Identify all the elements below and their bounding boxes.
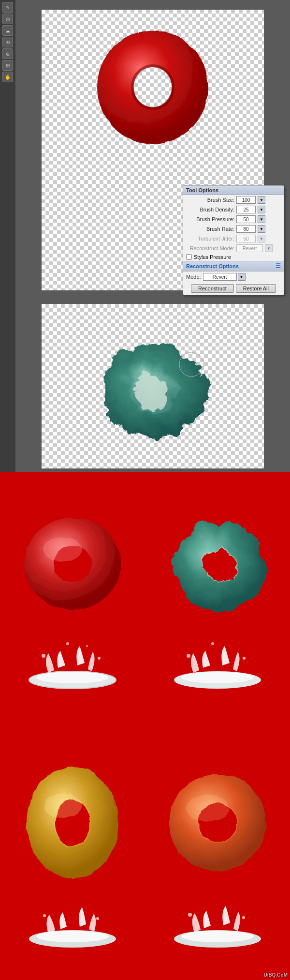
reconstruct-options-title: Reconstruct Options	[186, 263, 239, 269]
mode-label: Mode:	[186, 274, 201, 280]
reconstruct-mode-value: Revert	[236, 244, 263, 252]
svg-point-43	[186, 795, 230, 822]
svg-point-47	[242, 916, 245, 919]
main-canvas[interactable]: Tool Options Brush Size: 100 ▼ Brush Den…	[15, 0, 290, 300]
stylus-pressure-label: Stylus Pressure	[194, 254, 231, 260]
brush-rate-dropdown[interactable]: ▼	[258, 225, 265, 233]
reconstruct-mode-row-2: Mode: Revert ▼	[183, 271, 284, 282]
brush-size-row: Brush Size: 100 ▼	[183, 195, 284, 205]
turbulent-jitter-value[interactable]: 50	[236, 235, 256, 242]
tool-warp[interactable]: ✎	[2, 2, 13, 13]
svg-point-34	[44, 794, 82, 818]
tool-toolbar: ✎ ◎ ☁ ⟲ ⊕ ⊞ ✋	[0, 0, 15, 300]
tool-pucker[interactable]: ⊕	[2, 48, 13, 59]
product-image-3	[0, 726, 145, 980]
brush-rate-label: Brush Rate:	[186, 226, 234, 232]
svg-point-27	[187, 654, 190, 658]
product-image-2	[145, 472, 290, 726]
product-image-1	[0, 472, 145, 726]
red-donut-image	[90, 24, 216, 150]
svg-point-20	[86, 645, 88, 647]
tool-reconstruct[interactable]: ◎	[2, 14, 13, 24]
reconstruct-options-header: Reconstruct Options ☰	[183, 261, 284, 271]
brush-pressure-label: Brush Pressure:	[186, 216, 234, 222]
svg-point-46	[188, 913, 192, 917]
tool-hand[interactable]: ✋	[2, 72, 13, 82]
turbulent-jitter-dropdown[interactable]: ▼	[258, 235, 265, 242]
tool-options-title: Tool Options	[186, 187, 218, 193]
brush-size-dropdown[interactable]: ▼	[258, 196, 265, 204]
stylus-pressure-row: Stylus Pressure	[183, 253, 284, 261]
svg-point-17	[42, 654, 45, 658]
grid-cell-1	[0, 472, 145, 726]
brush-density-dropdown[interactable]: ▼	[258, 206, 265, 213]
brush-size-label: Brush Size:	[186, 197, 234, 203]
stylus-pressure-checkbox[interactable]	[186, 254, 192, 260]
grid-cell-4: UiBQ.CoM	[145, 726, 290, 980]
brush-pressure-value[interactable]: 50	[236, 215, 256, 223]
toolbar-2	[0, 300, 15, 472]
brush-rate-value[interactable]: 80	[236, 225, 256, 233]
watermark: UiBQ.CoM	[264, 972, 288, 978]
brush-pressure-row: Brush Pressure: 50 ▼	[183, 214, 284, 224]
top-canvas-section: ✎ ◎ ☁ ⟲ ⊕ ⊞ ✋	[0, 0, 290, 300]
tool-bloat[interactable]: ⊞	[2, 60, 13, 71]
brush-density-label: Brush Density:	[186, 207, 234, 212]
tool-smooth[interactable]: ☁	[2, 25, 13, 36]
reconstruct-mode-row: Reconstruct Mode: Revert ▼	[183, 243, 284, 253]
svg-point-37	[43, 914, 46, 917]
svg-point-26	[181, 672, 254, 683]
svg-point-29	[211, 642, 214, 645]
canvas-surface-2	[42, 304, 264, 468]
grid-cell-3	[0, 726, 145, 980]
svg-point-19	[66, 642, 69, 645]
mode-dropdown[interactable]: ▼	[238, 273, 246, 281]
turbulent-jitter-row: Turbulent Jitter: 50 ▼	[183, 234, 284, 243]
svg-point-45	[181, 931, 254, 942]
product-image-4	[145, 726, 290, 980]
secondary-canvas[interactable]	[15, 300, 290, 472]
brush-size-value[interactable]: 100	[236, 196, 256, 204]
tool-rotate[interactable]: ⟲	[2, 37, 13, 47]
svg-point-3	[114, 51, 162, 85]
svg-point-36	[36, 931, 109, 942]
restore-all-button[interactable]: Restore All	[236, 284, 276, 293]
svg-point-28	[243, 657, 246, 660]
teal-donut-image	[80, 314, 225, 459]
svg-point-13	[44, 537, 82, 561]
brush-density-row: Brush Density: 25 ▼	[183, 205, 284, 214]
tool-options-header: Tool Options	[183, 186, 284, 195]
svg-point-16	[36, 672, 109, 683]
brush-density-value[interactable]: 25	[236, 206, 256, 213]
reconstruct-options-menu-icon[interactable]: ☰	[276, 263, 281, 270]
product-image-grid: UiBQ.CoM	[0, 472, 290, 980]
svg-point-24	[201, 548, 234, 580]
mid-canvas-section	[0, 300, 290, 472]
brush-rate-row: Brush Rate: 80 ▼	[183, 224, 284, 234]
tool-options-panel: Tool Options Brush Size: 100 ▼ Brush Den…	[183, 185, 284, 295]
brush-pressure-dropdown[interactable]: ▼	[258, 215, 265, 223]
svg-point-18	[98, 657, 101, 660]
reconstruct-mode-label: Reconstruct Mode:	[186, 245, 234, 251]
reconstruct-buttons-row: Reconstruct Restore All	[183, 282, 284, 295]
mode-value: Revert	[203, 273, 237, 281]
reconstruct-button[interactable]: Reconstruct	[191, 284, 234, 293]
turbulent-jitter-label: Turbulent Jitter:	[186, 236, 234, 241]
reconstruct-mode-dropdown[interactable]: ▼	[265, 244, 273, 252]
svg-point-38	[96, 917, 99, 920]
grid-cell-2	[145, 472, 290, 726]
svg-point-8	[131, 375, 168, 406]
